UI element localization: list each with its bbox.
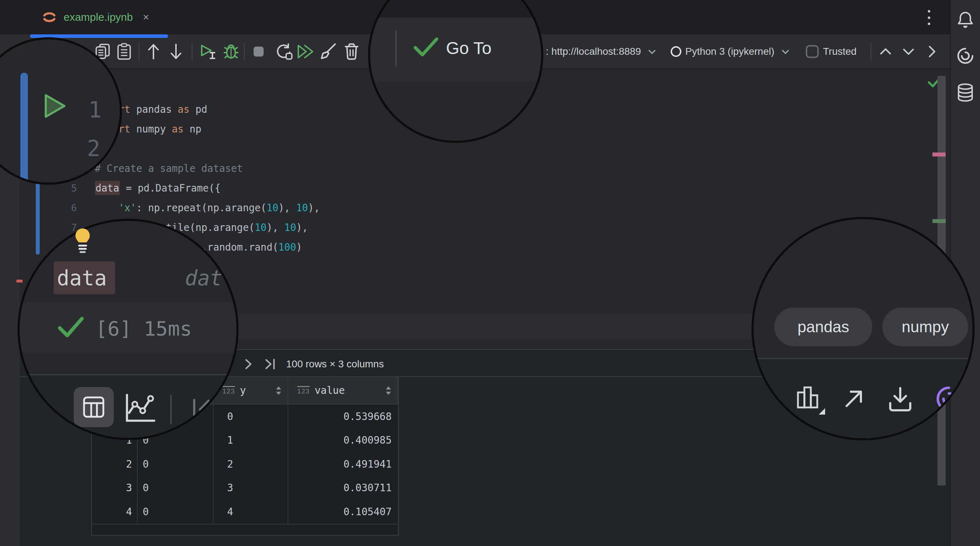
- numeric-column-icon: 123: [297, 386, 310, 395]
- code-token-num: 10: [255, 222, 266, 233]
- kernel-selector[interactable]: Python 3 (ipykernel): [685, 46, 789, 57]
- open-in-new-icon[interactable]: [842, 387, 865, 410]
- table-header-value[interactable]: 123 value: [288, 377, 398, 404]
- executed-check-icon: [57, 316, 84, 339]
- previous-cell-icon[interactable]: [880, 48, 892, 56]
- x-cell: 0: [138, 452, 213, 476]
- inline-completion-ghost: dat: [185, 266, 223, 291]
- ide-window: 567 import pandas as pdimport numpy as n…: [0, 0, 980, 546]
- notifications-bell-icon[interactable]: [956, 11, 974, 29]
- show-chart-icon[interactable]: [795, 385, 826, 415]
- code-expression[interactable]: data: [57, 266, 107, 291]
- restart-kernel-icon[interactable]: [275, 43, 293, 61]
- line-number: 1: [88, 97, 102, 123]
- jupyter-server-selector[interactable]: : http://localhost:8889: [546, 46, 656, 57]
- x-cell: 0: [138, 476, 213, 500]
- value-cell: 0.030711: [288, 476, 398, 500]
- code-token-id: = pd.DataFrame({: [120, 182, 220, 194]
- value-cell: 0.539668: [288, 405, 398, 429]
- toolbar-divider: [870, 43, 871, 60]
- row-index-cell: 3: [92, 476, 138, 500]
- chart-view-icon[interactable]: [124, 392, 157, 423]
- goto-menu-item[interactable]: Go To: [446, 38, 492, 58]
- chevron-down-icon: [781, 49, 789, 54]
- toolbar-divider: [192, 43, 192, 60]
- delete-cell-icon[interactable]: [344, 43, 359, 61]
- code-token-id: ),: [266, 222, 284, 233]
- code-line[interactable]: # Create a sample dataset: [95, 163, 243, 174]
- scroll-mark-pink: [932, 153, 946, 156]
- gutter-error-mark: [16, 279, 22, 283]
- run-all-cells-icon[interactable]: [296, 43, 315, 60]
- code-token-id: ),: [308, 202, 320, 213]
- tab-example-ipynb[interactable]: example.ipynb ×: [34, 0, 156, 34]
- run-cell-icon[interactable]: [199, 43, 216, 61]
- trusted-label: Trusted: [823, 46, 857, 57]
- scroll-mark-green: [932, 219, 946, 223]
- ai-assistant-icon[interactable]: [956, 46, 975, 65]
- tab-close-icon[interactable]: ×: [143, 12, 149, 22]
- magnifier-execution: data dat [6] 15ms: [18, 219, 239, 440]
- code-token-num: 10: [266, 202, 278, 213]
- toolbar-divider: [244, 43, 245, 60]
- sort-icon[interactable]: [385, 386, 391, 396]
- debug-cell-icon[interactable]: [223, 43, 239, 61]
- intention-bulb-icon[interactable]: [73, 228, 92, 254]
- code-line[interactable]: data = pd.DataFrame({: [95, 182, 221, 194]
- next-cell-icon[interactable]: [902, 48, 915, 56]
- code-token-id: pd: [189, 104, 207, 115]
- code-token-id: ),: [278, 202, 296, 213]
- move-cell-down-icon[interactable]: [170, 43, 182, 60]
- kernel-status-icon: [669, 45, 683, 58]
- sort-icon[interactable]: [275, 386, 282, 396]
- table-row[interactable]: 2020.491941: [92, 452, 398, 476]
- package-pill-numpy[interactable]: numpy: [882, 308, 968, 346]
- x-cell: 0: [138, 500, 213, 524]
- database-icon[interactable]: [956, 83, 974, 102]
- code-token-id: ): [296, 241, 302, 253]
- row-index-cell: 4: [92, 500, 138, 524]
- table-dimensions-label: 100 rows × 3 columns: [286, 358, 384, 370]
- paste-icon[interactable]: [117, 43, 131, 60]
- y-cell: 2: [213, 452, 288, 476]
- value-cell: 0.400985: [288, 429, 398, 453]
- expand-icon[interactable]: [928, 45, 936, 58]
- magnifier-goto: Go To: [368, 0, 543, 143]
- code-token-id: : np.repeat(np.arange(: [136, 202, 266, 213]
- toolbar-divider: [395, 30, 397, 66]
- code-line[interactable]: 'x': np.repeat(np.arange(10), 10),: [95, 202, 320, 213]
- clear-outputs-icon[interactable]: [320, 43, 337, 61]
- table-footer: [92, 524, 398, 535]
- package-pill-pandas[interactable]: pandas: [774, 308, 872, 346]
- numeric-column-icon: 123: [223, 386, 235, 395]
- success-check-icon: [413, 37, 439, 57]
- trusted-checkbox[interactable]: [805, 45, 819, 58]
- move-cell-up-icon[interactable]: [147, 43, 160, 60]
- code-token-id: [95, 202, 118, 213]
- cell-band: [370, 81, 543, 143]
- more-options-icon[interactable]: [920, 8, 938, 27]
- code-token-id: numpy: [130, 123, 172, 135]
- y-cell: 1: [213, 429, 288, 453]
- y-cell: 4: [213, 500, 288, 524]
- run-cell-button[interactable]: [42, 93, 68, 120]
- next-page-icon[interactable]: [243, 358, 253, 370]
- code-token-id: pandas: [130, 104, 177, 115]
- download-icon[interactable]: [888, 386, 913, 412]
- line-number: 5: [56, 183, 77, 194]
- table-view-button[interactable]: [74, 387, 114, 427]
- value-cell: 0.491941: [288, 452, 398, 476]
- jupyter-icon: [41, 9, 57, 25]
- table-row[interactable]: 3030.030711: [92, 476, 398, 500]
- code-token-id: np: [183, 123, 201, 135]
- table-row[interactable]: 4040.105407: [92, 500, 398, 524]
- execution-count-time: [6] 15ms: [95, 317, 192, 340]
- line-number: 2: [87, 135, 100, 161]
- stop-kernel-icon[interactable]: [251, 45, 266, 59]
- last-page-icon[interactable]: [264, 358, 277, 370]
- line-number: 6: [56, 202, 77, 213]
- code-token-hl: data: [95, 181, 120, 195]
- magnifier-packages: pandas numpy: [751, 217, 975, 441]
- code-token-num: 10: [296, 202, 308, 213]
- code-token-id: ),: [296, 222, 308, 233]
